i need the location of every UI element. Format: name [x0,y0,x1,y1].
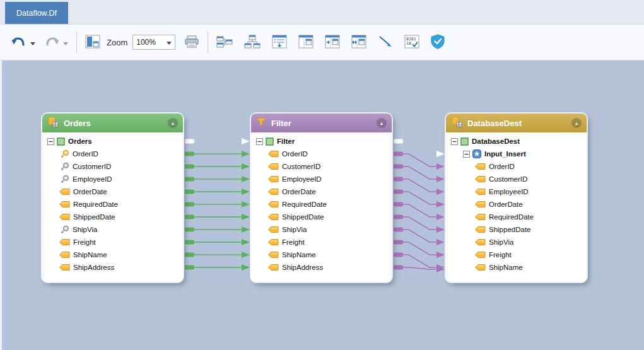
field-row[interactable]: RequiredDate [44,198,173,211]
field-row[interactable]: OrderID [44,148,173,160]
field-icon [475,201,486,208]
row-label: Filter [277,137,295,145]
field-row[interactable]: ShippedDate [252,211,382,223]
row-label: ShipName [282,251,316,259]
show-all-ports-button[interactable] [349,32,369,53]
field-icon [59,238,70,246]
dataset-icon [57,137,65,146]
collapse-nodes-icon [298,35,313,50]
layout-horizontal-button[interactable] [214,32,235,53]
field-row[interactable]: ShipName [447,261,577,274]
field-row[interactable]: OrderID [252,148,382,160]
node-root-row[interactable]: Orders [44,135,173,148]
row-label: ShipName [73,251,107,259]
chevron-down-icon [167,38,172,47]
field-row[interactable]: OrderDate [44,185,173,198]
field-icon [59,201,70,208]
field-icon [59,264,70,271]
node-root-row[interactable]: Filter [252,135,382,148]
node-root-row[interactable]: DatabaseDest [447,135,577,148]
field-row[interactable]: CustomerID [252,160,382,173]
designer-toolbar: Zoom 100% [0,25,644,61]
redo-dropdown-button[interactable] [62,35,69,50]
verify-flow-button[interactable] [428,32,447,54]
show-input-ports-icon [325,35,340,50]
collapse-node-button[interactable]: ▲ [168,118,178,128]
field-row[interactable]: EmployeeID [447,185,577,198]
node-orders[interactable]: OrdersOrderIDCustomerIDEmployeeIDOrderDa… [42,114,183,282]
collapse-node-button[interactable]: ▲ [377,118,387,128]
field-icon [475,264,486,271]
print-button[interactable] [182,32,202,53]
node-title: DatabaseDest [467,119,571,128]
verify-shield-icon [431,34,445,51]
field-row[interactable]: EmployeeID [252,173,382,185]
input-node-icon [472,149,481,158]
database-table-icon [451,117,462,130]
undo-button[interactable] [9,33,29,52]
field-row[interactable]: CustomerID [44,160,173,173]
node-dest[interactable]: DatabaseDestInput_InsertOrderIDCustomerI… [446,114,587,282]
field-row[interactable]: ShipName [44,248,173,261]
row-label: ShipVia [282,226,307,233]
field-row[interactable]: ShipAddress [44,261,173,274]
row-label: ShipAddress [73,264,114,271]
field-row[interactable]: Freight [44,236,173,248]
field-row[interactable]: EmployeeID [44,173,173,185]
field-row[interactable]: ShipAddress [252,261,382,274]
field-row[interactable]: ShipName [252,248,382,261]
redo-icon [44,35,59,50]
field-row[interactable]: RequiredDate [252,198,382,211]
document-tab-bar: Dataflow.Df [0,0,644,25]
undo-dropdown-button[interactable] [29,35,37,50]
expand-all-button[interactable] [269,32,290,53]
show-input-ports-button[interactable] [322,32,342,53]
node-header-dest[interactable]: DatabaseDest▲ [446,114,587,132]
redo-button[interactable] [42,33,62,52]
zoom-label: Zoom [107,38,127,47]
field-row[interactable]: OrderID [447,160,577,173]
expand-all-icon [272,35,287,50]
tree-collapse-icon[interactable] [47,138,54,145]
chevron-down-icon [30,38,35,47]
tree-collapse-icon[interactable] [256,138,263,145]
field-row[interactable]: Input_Insert [447,148,577,160]
field-row[interactable]: CustomerID [447,173,577,185]
field-row[interactable]: RequiredDate [447,211,577,223]
field-row[interactable]: ShipVia [44,223,173,236]
tab-dataflow[interactable]: Dataflow.Df [5,2,68,24]
field-row[interactable]: Freight [447,248,577,261]
tree-collapse-icon[interactable] [451,138,458,145]
field-icon [268,213,279,221]
page-setup-button[interactable] [83,32,103,53]
field-row[interactable]: ShipVia [447,236,577,248]
row-label: OrderID [489,163,515,170]
straight-link-button[interactable] [375,32,395,53]
row-label: ShipName [489,264,523,271]
field-row[interactable]: Freight [252,236,382,248]
field-row[interactable]: ShippedDate [447,223,577,236]
node-header-orders[interactable]: Orders▲ [42,114,183,132]
field-row[interactable]: ShipVia [252,223,382,236]
field-icon [475,175,486,183]
node-filter[interactable]: FilterOrderIDCustomerIDEmployeeIDOrderDa… [251,114,392,282]
field-row[interactable]: OrderDate [252,185,382,198]
collapse-node-button[interactable]: ▲ [571,118,582,128]
row-label: ShipVia [73,226,97,233]
chevron-down-icon [63,38,68,47]
layout-vertical-button[interactable] [242,32,263,53]
show-all-ports-icon [351,35,366,50]
field-row[interactable]: ShippedDate [44,211,173,223]
preview-data-button[interactable]: 010110 [402,32,422,53]
zoom-select[interactable]: 100% [132,35,175,50]
field-icon [59,251,70,259]
tree-collapse-icon[interactable] [463,151,470,158]
field-row[interactable]: OrderDate [447,198,577,211]
toolbar-separator [76,32,77,53]
field-icon [268,175,279,183]
node-header-filter[interactable]: Filter▲ [251,114,392,132]
collapse-nodes-button[interactable] [296,32,316,53]
layout-vertical-icon [244,35,261,50]
field-icon [268,163,279,170]
row-label: Freight [282,238,305,246]
